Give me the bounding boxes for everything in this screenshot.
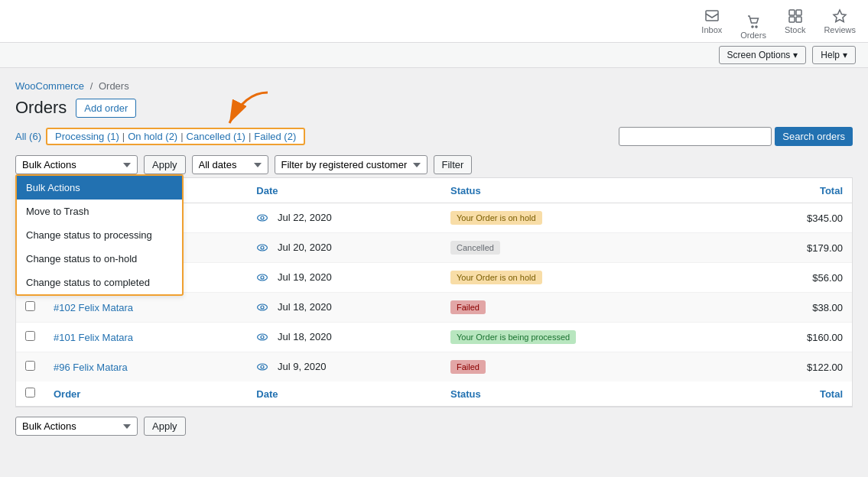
all-tab[interactable]: All (6)	[15, 131, 41, 142]
add-order-button[interactable]: Add order	[76, 99, 136, 118]
table-row: #102 Felix Matara Jul 18, 2020 Failed $3…	[16, 293, 852, 323]
nav-stock[interactable]: Stock	[785, 8, 806, 34]
stock-label: Stock	[785, 25, 806, 34]
svg-point-14	[261, 276, 264, 279]
eye-icon[interactable]	[256, 212, 271, 223]
row-total: $122.00	[740, 352, 852, 382]
tfoot-total[interactable]: Total	[740, 381, 852, 407]
main-content: WooCommerce / Orders Orders Add order Al…	[0, 68, 868, 448]
processing-tab[interactable]: Processing (1)	[55, 131, 119, 142]
table-row: #101 Felix Matara Jul 18, 2020 Your Orde…	[16, 323, 852, 352]
svg-point-11	[258, 245, 268, 251]
th-status: Status	[441, 178, 740, 203]
screen-options-button[interactable]: Screen Options ▾	[719, 46, 807, 64]
search-input[interactable]	[619, 127, 772, 146]
dropdown-item-change-processing[interactable]: Change status to processing	[17, 223, 182, 247]
bottom-apply-button[interactable]: Apply	[144, 417, 186, 436]
breadcrumb: WooCommerce / Orders	[15, 80, 853, 92]
dropdown-item-change-onhold[interactable]: Change status to on-hold	[17, 247, 182, 271]
onhold-tab[interactable]: On hold (2)	[128, 131, 177, 142]
row-checkbox[interactable]	[25, 301, 35, 311]
status-badge: Your Order is on hold	[450, 211, 542, 225]
svg-point-16	[261, 306, 264, 309]
status-badge: Your Order is on hold	[450, 271, 542, 284]
top-toolbar: Bulk Actions Bulk Actions Move to Trash …	[15, 155, 853, 174]
tfoot-order[interactable]: Order	[44, 381, 247, 407]
eye-icon[interactable]	[256, 301, 271, 313]
bulk-actions-dropdown-container: Bulk Actions Bulk Actions Move to Trash …	[15, 155, 138, 174]
row-checkbox-cell	[16, 352, 44, 382]
select-all-bottom-checkbox[interactable]	[25, 388, 35, 398]
dropdown-item-bulk-actions[interactable]: Bulk Actions	[17, 176, 182, 200]
nav-orders[interactable]: 1 Orders	[740, 3, 766, 40]
breadcrumb-sep: /	[90, 80, 93, 92]
top-nav: Inbox 1 Orders Stock Reviews	[0, 0, 868, 43]
eye-icon[interactable]	[256, 331, 271, 342]
row-checkbox-cell	[16, 293, 44, 323]
row-checkbox[interactable]	[25, 361, 35, 371]
arrow-annotation	[214, 89, 275, 137]
page-header: Orders Add order	[15, 98, 853, 118]
svg-point-2	[756, 26, 757, 28]
tfoot-status: Status	[441, 381, 740, 407]
row-date: Jul 9, 2020	[247, 352, 441, 382]
svg-rect-5	[789, 17, 795, 22]
svg-marker-7	[834, 10, 846, 22]
breadcrumb-orders: Orders	[99, 80, 129, 92]
breadcrumb-woocommerce[interactable]: WooCommerce	[15, 80, 84, 92]
svg-rect-4	[796, 10, 801, 15]
svg-point-13	[258, 274, 268, 281]
th-date[interactable]: Date	[247, 178, 441, 203]
search-orders-button[interactable]: Search orders	[775, 127, 853, 146]
order-link[interactable]: #101 Felix Matara	[54, 332, 133, 343]
screen-options-label: Screen Options	[727, 50, 791, 60]
inbox-label: Inbox	[701, 25, 722, 34]
all-tab-link[interactable]: All (6)	[15, 131, 41, 142]
bottom-bulk-actions-select[interactable]: Bulk Actions	[15, 417, 138, 436]
customer-filter-select[interactable]: Filter by registered customer	[275, 155, 427, 174]
top-apply-button[interactable]: Apply	[144, 155, 186, 174]
row-status: Cancelled	[441, 233, 740, 263]
nav-inbox[interactable]: Inbox	[701, 8, 722, 34]
tfoot-checkbox	[16, 381, 44, 407]
svg-point-9	[258, 215, 268, 221]
th-total[interactable]: Total	[740, 178, 852, 203]
svg-point-15	[258, 304, 268, 310]
filter-button[interactable]: Filter	[434, 155, 473, 174]
row-total: $38.00	[740, 293, 852, 323]
nav-icons: Inbox 1 Orders Stock Reviews	[701, 3, 856, 40]
help-chevron: ▾	[843, 50, 847, 60]
row-date: Jul 18, 2020	[247, 323, 441, 352]
order-link[interactable]: #102 Felix Matara	[54, 302, 133, 313]
svg-rect-6	[796, 17, 801, 22]
nav-reviews[interactable]: Reviews	[824, 8, 856, 34]
row-status: Your Order is being processed	[441, 323, 740, 352]
status-badge: Failed	[450, 360, 486, 374]
tfoot-date[interactable]: Date	[247, 381, 441, 407]
screen-options-chevron: ▾	[793, 50, 798, 60]
page-title: Orders	[15, 98, 67, 118]
date-select[interactable]: All dates	[192, 155, 268, 174]
row-total: $56.00	[740, 263, 852, 293]
row-status: Your Order is on hold	[441, 203, 740, 233]
eye-icon[interactable]	[256, 271, 271, 283]
bulk-actions-select[interactable]: Bulk Actions	[15, 155, 138, 174]
row-order: #96 Felix Matara	[44, 352, 247, 382]
order-link[interactable]: #96 Felix Matara	[54, 362, 128, 373]
dropdown-item-move-trash[interactable]: Move to Trash	[17, 200, 182, 223]
svg-point-1	[752, 26, 753, 28]
row-checkbox[interactable]	[25, 331, 35, 341]
svg-point-18	[261, 336, 264, 339]
row-status: Failed	[441, 293, 740, 323]
row-checkbox-cell	[16, 323, 44, 352]
status-badge: Cancelled	[450, 241, 500, 255]
bulk-actions-menu: Bulk Actions Move to Trash Change status…	[15, 174, 184, 296]
dropdown-item-change-completed[interactable]: Change status to completed	[17, 271, 182, 294]
svg-point-19	[258, 364, 268, 370]
eye-icon[interactable]	[256, 242, 271, 253]
sep2: |	[180, 131, 183, 142]
status-badge: Failed	[450, 300, 486, 314]
svg-rect-3	[789, 10, 795, 15]
eye-icon[interactable]	[256, 361, 271, 372]
help-button[interactable]: Help ▾	[812, 46, 856, 64]
